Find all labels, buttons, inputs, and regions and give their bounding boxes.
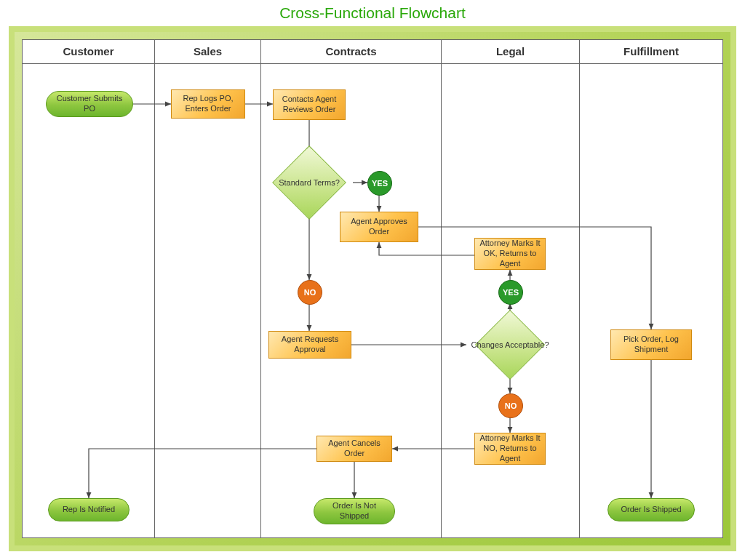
- diagram-title: Cross-Functional Flowchart: [0, 4, 745, 22]
- terminator-order-shipped: Order Is Shipped: [607, 498, 695, 521]
- process-agent-requests-approval: Agent Requests Approval: [268, 331, 351, 359]
- process-pick-order: Pick Order, Log Shipment: [610, 329, 692, 360]
- diagram-stage: Cross-Functional Flowchart Customer Sale…: [0, 0, 745, 560]
- process-agent-approves: Agent Approves Order: [340, 212, 418, 242]
- diagram-frame: Customer Sales Contracts Legal Fulfillme…: [9, 26, 736, 551]
- swimlanes: Customer Sales Contracts Legal Fulfillme…: [22, 39, 723, 538]
- decision-changes-acceptable: Changes Acceptable?: [466, 316, 554, 373]
- connector-yes-changes: YES: [498, 280, 523, 305]
- connector-layer: [23, 40, 722, 548]
- terminator-rep-notified: Rep Is Notified: [48, 498, 130, 521]
- process-contacts-agent-reviews: Contacts Agent Reviews Order: [273, 89, 346, 120]
- decision-standard-terms: Standard Terms?: [266, 153, 353, 212]
- process-attorney-ok: Attorney Marks It OK, Returns to Agent: [474, 238, 546, 270]
- connector-no-standard-terms: NO: [298, 280, 322, 305]
- process-rep-logs-po: Rep Logs PO, Enters Order: [171, 89, 245, 119]
- connector-no-changes: NO: [498, 393, 523, 418]
- connector-yes-standard-terms: YES: [367, 171, 392, 196]
- process-attorney-no: Attorney Marks It NO, Returns to Agent: [474, 433, 546, 465]
- terminator-order-not-shipped: Order Is Not Shipped: [314, 498, 395, 524]
- terminator-customer-submits-po: Customer Submits PO: [46, 91, 133, 117]
- process-agent-cancels: Agent Cancels Order: [316, 436, 392, 462]
